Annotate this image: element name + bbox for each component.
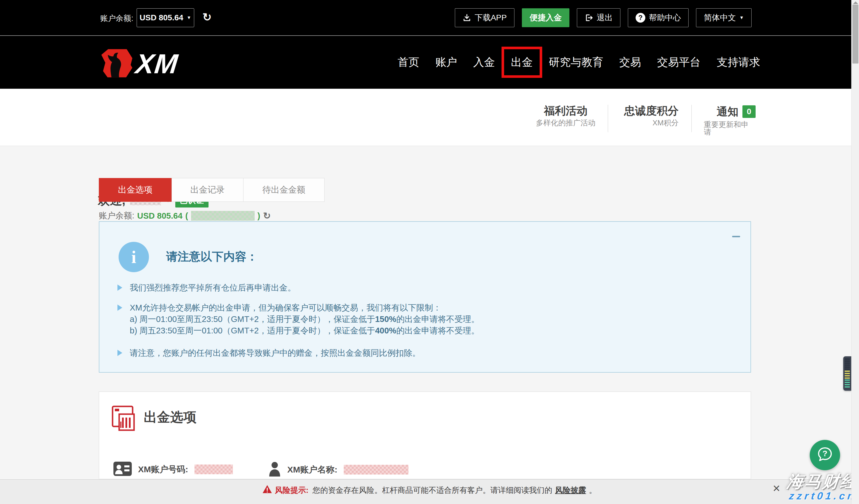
download-app-button[interactable]: 下载APP <box>455 8 514 27</box>
bullet-arrow-icon <box>118 350 122 356</box>
xm-withdrawal-page: 账户余额: USD 805.64 ▼ ↻ 下载APP 便捷入金 <box>0 0 859 504</box>
account-name-field: XM账户名称: <box>268 462 408 478</box>
censored-account-id <box>191 211 255 221</box>
nav-item-home[interactable]: 首页 <box>397 55 419 69</box>
language-label: 简体中文 <box>704 12 736 23</box>
bank-withdrawal-icon <box>112 406 135 432</box>
info-icon: i <box>119 242 149 272</box>
account-number-field: XM账户号码: <box>114 462 233 477</box>
caret-down-icon: ▼ <box>187 15 191 20</box>
withdrawal-options-card: 出金选项 XM账户号码: XM账户名称: <box>99 392 751 479</box>
topbar-balance-value: USD 805.64 <box>139 13 183 22</box>
question-circle-icon: ? <box>636 13 645 22</box>
censored-account-name <box>344 465 408 474</box>
id-card-icon <box>114 462 132 477</box>
risk-message: 风险提示: 您的资金存在风险。杠杆商品可能不适合所有客户。请详细阅读我们的风险披… <box>0 485 859 495</box>
logout-button[interactable]: 退出 <box>577 8 620 27</box>
download-app-label: 下载APP <box>474 12 507 23</box>
quick-deposit-button[interactable]: 便捷入金 <box>522 8 569 27</box>
warning-icon <box>262 485 272 495</box>
browser-extension-widget[interactable] <box>843 356 851 391</box>
bullet-text: XM允许持仓交易帐户的出金申请，但为确保客户可以顺畅交易，我们将有以下限制： <box>130 302 733 313</box>
quicklink-subtitle: XM积分 <box>652 119 679 126</box>
quicklink-subtitle: 重要更新和申请 <box>704 121 756 136</box>
nav-item-support[interactable]: 支持请求 <box>717 55 760 69</box>
bullet-subline-a: a) 周一01:00至周五23:50（GMT+2，适用于夏令时），保证金低于15… <box>130 313 733 325</box>
xm-bull-icon <box>99 48 133 79</box>
topbar-buttons: 下载APP 便捷入金 退出 ? 帮助中心 简体中文 ▼ <box>455 8 752 27</box>
person-icon <box>268 462 281 478</box>
tab-withdrawal-options[interactable]: 出金选项 <box>99 178 171 202</box>
risk-footer: 风险提示: 您的资金存在风险。杠杆商品可能不适合所有客户。请详细阅读我们的风险披… <box>0 479 859 504</box>
help-center-button[interactable]: ? 帮助中心 <box>628 8 689 27</box>
welcome-balance-line: 账户余额: USD 805.64 ( ) ↻ <box>99 210 271 221</box>
bullet-arrow-icon <box>118 304 122 311</box>
risk-label: 风险提示: <box>275 485 308 495</box>
bullet-text: 我们强烈推荐您平掉所有仓位后再申请出金。 <box>130 283 296 292</box>
balance-amount: USD 805.64 <box>137 211 182 221</box>
caret-down-icon: ▼ <box>739 15 744 20</box>
live-chat-button[interactable]: ? <box>810 440 840 470</box>
widget-stripes-teal <box>845 379 850 388</box>
refresh-icon[interactable]: ↻ <box>202 11 212 23</box>
nav-item-platforms[interactable]: 交易平台 <box>657 55 700 69</box>
top-utility-bar: 账户余额: USD 805.64 ▼ ↻ 下载APP 便捷入金 <box>0 0 859 35</box>
chat-question-icon: ? <box>816 446 834 464</box>
risk-period: 。 <box>589 485 597 495</box>
notice-bullet: 请注意，您账户的任何出金都将导致账户中的赠金，按照出金金额同比例扣除。 <box>130 347 733 359</box>
bullet-subline-b: b) 周五23:50至周一01:00（GMT+2，适用于夏令时），保证金低于40… <box>130 325 733 336</box>
quicklink-title: 福利活动 <box>544 105 587 116</box>
scrollbar-up-arrow-icon[interactable] <box>853 1 858 4</box>
bullet-text: 请注意，您账户的任何出金都将导致账户中的赠金，按照出金金额同比例扣除。 <box>130 348 421 358</box>
tab-pending-withdrawals[interactable]: 待出金金额 <box>243 178 325 202</box>
notice-box: i 请注意以下内容： 我们强烈推荐您平掉所有仓位后再申请出金。 XM允许持仓交易… <box>99 221 751 373</box>
quicklink-notifications[interactable]: 通知 0 重要更新和申请 <box>704 105 756 136</box>
quicklink-title: 通知 <box>717 106 738 117</box>
nav-item-withdrawal-highlighted[interactable]: 出金 <box>501 47 542 78</box>
withdrawal-tabs: 出金选项 出金记录 待出金金额 <box>99 178 325 202</box>
balance-label: 账户余额: <box>99 210 134 221</box>
bullet-arrow-icon <box>118 284 122 291</box>
refresh-icon[interactable]: ↻ <box>263 210 271 221</box>
quicklink-promotions[interactable]: 福利活动 多样化的推广活动 <box>536 105 596 126</box>
close-icon[interactable]: × <box>773 482 780 494</box>
nav-item-account[interactable]: 账户 <box>435 55 457 69</box>
topbar-balance-label: 账户余额: <box>100 13 134 23</box>
scrollbar-thumb[interactable] <box>853 4 858 64</box>
xm-logo-text: XM <box>134 50 180 78</box>
notification-count-badge: 0 <box>742 105 756 118</box>
paren-open: ( <box>185 211 188 221</box>
vertical-scrollbar[interactable] <box>851 0 859 504</box>
notice-bullet: XM允许持仓交易帐户的出金申请，但为确保客户可以顺畅交易，我们将有以下限制： a… <box>130 302 733 336</box>
collapse-icon[interactable] <box>732 236 740 237</box>
nav-item-deposit[interactable]: 入金 <box>473 55 495 69</box>
quicklink-loyalty[interactable]: 忠诚度积分 XM积分 <box>611 105 679 126</box>
logout-icon <box>585 14 593 22</box>
download-icon <box>463 14 471 22</box>
tab-withdrawal-history[interactable]: 出金记录 <box>171 178 243 202</box>
notice-bullet: 我们强烈推荐您平掉所有仓位后再申请出金。 <box>130 282 733 293</box>
language-selector-button[interactable]: 简体中文 ▼ <box>696 8 752 27</box>
notice-bullets: 我们强烈推荐您平掉所有仓位后再申请出金。 XM允许持仓交易帐户的出金申请，但为确… <box>130 282 733 367</box>
xm-logo[interactable]: XM <box>99 48 178 79</box>
nav-item-research-education[interactable]: 研究与教育 <box>549 55 603 69</box>
nav-item-trading[interactable]: 交易 <box>619 55 641 69</box>
widget-stripes-dark <box>845 359 850 371</box>
paren-close: ) <box>257 211 260 221</box>
main-navbar: XM 首页 账户 入金 出金 研究与教育 交易 交易平台 支持请求 <box>0 36 859 89</box>
quick-deposit-label: 便捷入金 <box>530 12 562 23</box>
account-number-label: XM账户号码: <box>138 463 188 475</box>
svg-text:?: ? <box>822 449 827 458</box>
card-title: 出金选项 <box>144 408 196 426</box>
notice-title: 请注意以下内容： <box>166 249 258 265</box>
widget-stripes-yellow <box>845 371 850 379</box>
nav-menu: 首页 账户 入金 出金 研究与教育 交易 交易平台 支持请求 <box>397 36 760 89</box>
quicklink-subtitle: 多样化的推广活动 <box>536 119 596 126</box>
help-center-label: 帮助中心 <box>649 12 681 23</box>
account-name-label: XM账户名称: <box>287 464 337 476</box>
quicklink-title: 忠诚度积分 <box>624 105 679 116</box>
risk-disclosure-link[interactable]: 风险披露 <box>555 485 586 495</box>
censored-account-number <box>195 464 233 474</box>
logout-label: 退出 <box>597 12 613 23</box>
account-balance-dropdown[interactable]: USD 805.64 ▼ <box>137 8 194 27</box>
